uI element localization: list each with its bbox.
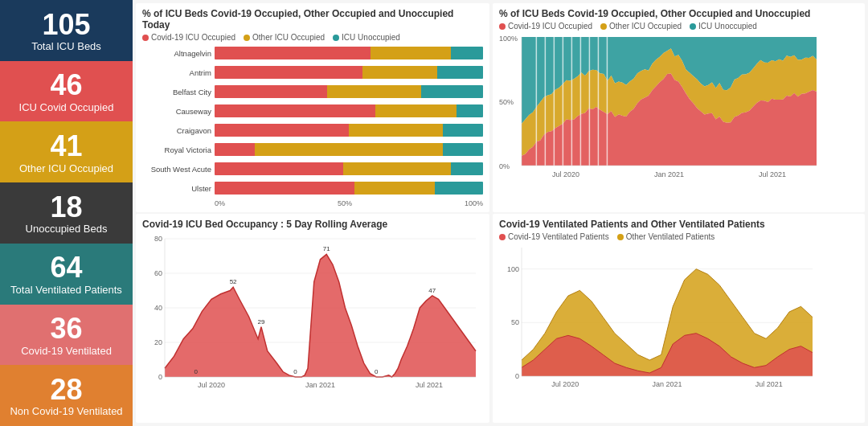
bottom-right-title: Covid-19 Ventilated Patients and Other V… — [499, 219, 858, 230]
top-right-legend: Covid-19 ICU Occupied Other ICU Occupied… — [499, 22, 858, 31]
svg-text:71: 71 — [323, 245, 330, 252]
svg-text:Jul 2021: Jul 2021 — [755, 380, 783, 388]
bottom-right-legend: Covid-19 Ventilated Patients Other Venti… — [499, 232, 858, 241]
svg-text:0: 0 — [158, 373, 162, 381]
svg-text:Jul 2020: Jul 2020 — [552, 170, 579, 178]
svg-text:Jul 2021: Jul 2021 — [759, 170, 786, 178]
bar-covid — [215, 124, 349, 137]
bottom-right-chart: Covid-19 Ventilated Patients and Other V… — [493, 214, 865, 423]
svg-text:0%: 0% — [499, 162, 510, 170]
bar-track — [215, 85, 483, 98]
stat-num: 105 — [42, 9, 90, 41]
svg-text:52: 52 — [230, 278, 237, 285]
bar-label: Belfast City — [142, 88, 215, 96]
bar-label: Royal Victoria — [142, 145, 215, 154]
bar-other — [327, 85, 421, 98]
bar-row: Craigavon — [142, 121, 483, 139]
bar-label: Altnagelvin — [142, 49, 215, 58]
bar-covid — [215, 85, 327, 98]
bar-covid — [215, 182, 354, 195]
legend-label: Covid-19 ICU Occupied — [151, 33, 235, 42]
stat-box-non-covid-vent: 28 Non Covid-19 Ventilated — [0, 365, 133, 426]
stat-box-covid-vent: 36 Covid-19 Ventilated — [0, 305, 133, 366]
bar-label: Craigavon — [142, 126, 215, 135]
bar-row: Royal Victoria — [142, 141, 483, 158]
rolling-avg-svg: 020406080 52297100047 Jul 2020 Jan 2021 … — [142, 232, 480, 393]
stat-box-unoccupied: 18 Unoccupied Beds — [0, 182, 133, 244]
bar-row: Belfast City — [142, 83, 483, 100]
legend-label: Other ICU Occupied — [609, 22, 682, 31]
bottom-right-area: 050100 Jul 2020 Jan 2021 Jul 2021 — [499, 244, 858, 418]
stat-num: 46 — [50, 69, 82, 101]
svg-text:50%: 50% — [499, 98, 514, 106]
legend-item: Covid-19 ICU Occupied — [142, 33, 235, 42]
legend-item: Other ICU Occupied — [600, 22, 682, 31]
x-axis: 0% 50% 100% — [142, 199, 483, 207]
bar-other — [255, 143, 443, 156]
bar-unoccupied — [451, 162, 483, 175]
main-content: % of ICU Beds Covid-19 Occupied, Other O… — [133, 0, 868, 426]
svg-text:0: 0 — [194, 368, 198, 375]
legend-dot — [499, 23, 506, 30]
stat-num: 64 — [50, 252, 82, 284]
legend-dot — [690, 23, 696, 30]
bar-covid — [215, 143, 255, 156]
svg-text:Jul 2020: Jul 2020 — [198, 381, 225, 389]
stat-label: Total Ventilated Patients — [4, 284, 129, 296]
legend-dot — [617, 234, 624, 240]
bar-covid — [215, 66, 362, 79]
bar-other — [371, 47, 451, 59]
bar-covid — [215, 104, 375, 117]
bar-unoccupied — [451, 47, 483, 59]
bar-other — [343, 162, 451, 175]
top-right-chart: % of ICU Beds Covid-19 Occupied, Other O… — [493, 3, 865, 212]
bar-row: Ulster — [142, 179, 483, 197]
bar-covid — [215, 47, 371, 59]
bar-track — [215, 47, 483, 59]
bar-unoccupied — [421, 85, 483, 98]
legend-label: Covid-19 ICU Occupied — [508, 22, 592, 31]
svg-text:Jan 2021: Jan 2021 — [305, 381, 335, 389]
legend-label: Other ICU Occupied — [252, 33, 325, 42]
legend-item: Covid-19 ICU Occupied — [499, 22, 592, 31]
legend-item: Covid-19 Ventilated Patients — [499, 232, 609, 241]
bar-row: Causeway — [142, 102, 483, 120]
svg-text:40: 40 — [154, 304, 162, 312]
bar-other — [354, 182, 435, 195]
bottom-left-chart: Covid-19 ICU Bed Occupancy : 5 Day Rolli… — [136, 214, 489, 423]
legend-dot — [600, 23, 607, 30]
bar-track — [215, 104, 483, 117]
legend-item: ICU Unoccupied — [690, 22, 757, 31]
bottom-row: Covid-19 ICU Bed Occupancy : 5 Day Rolli… — [136, 214, 865, 423]
bar-other — [349, 124, 443, 137]
stat-label: Unoccupied Beds — [19, 223, 114, 235]
svg-text:20: 20 — [154, 338, 162, 346]
legend-dot — [499, 234, 506, 240]
svg-text:Jan 2021: Jan 2021 — [652, 380, 682, 388]
bar-other — [375, 104, 456, 117]
legend-dot — [142, 35, 149, 41]
stat-label: Total ICU Beds — [25, 40, 108, 52]
bottom-left-title: Covid-19 ICU Bed Occupancy : 5 Day Rolli… — [142, 219, 483, 230]
svg-text:0: 0 — [515, 372, 519, 380]
bar-track — [215, 66, 483, 79]
bar-unoccupied — [443, 124, 483, 137]
svg-text:Jul 2021: Jul 2021 — [416, 381, 443, 389]
bar-row: Altnagelvin — [142, 44, 483, 62]
stat-label: Other ICU Occupied — [13, 162, 120, 174]
legend-dot — [333, 35, 339, 41]
legend-item: Other ICU Occupied — [244, 33, 325, 42]
svg-text:100: 100 — [507, 265, 519, 273]
svg-text:Jul 2020: Jul 2020 — [551, 380, 579, 388]
svg-text:47: 47 — [428, 287, 436, 294]
stat-num: 28 — [50, 374, 82, 406]
stat-label: Covid-19 Ventilated — [14, 345, 118, 357]
bar-label: Ulster — [142, 184, 215, 193]
svg-text:50: 50 — [511, 318, 519, 326]
bar-row: Antrim — [142, 63, 483, 81]
top-right-svg: 100% 50% 0% Jul 2020 Jan 2021 Jul 2021 — [499, 33, 817, 182]
svg-text:29: 29 — [258, 318, 265, 326]
bar-label: Antrim — [142, 68, 215, 77]
legend-label: ICU Unoccupied — [698, 22, 757, 31]
top-right-title: % of ICU Beds Covid-19 Occupied, Other O… — [499, 8, 858, 19]
